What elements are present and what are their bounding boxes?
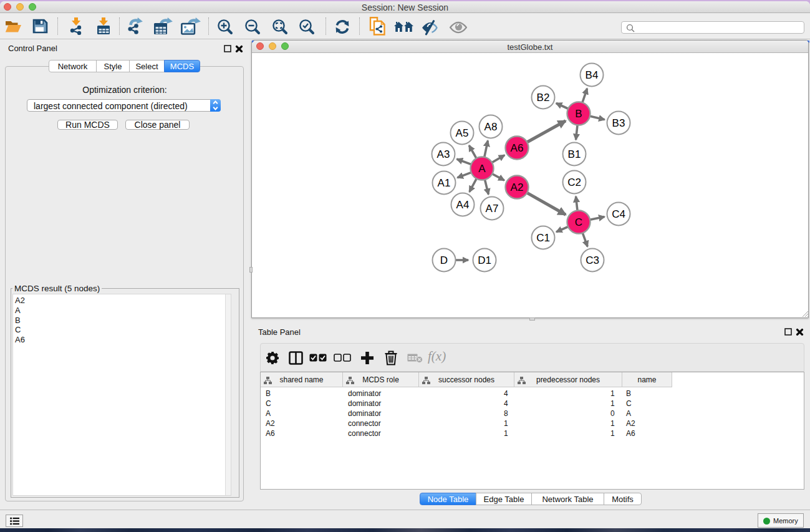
svg-text:B: B	[575, 108, 582, 120]
svg-text:C2: C2	[567, 177, 581, 188]
svg-text:A7: A7	[486, 203, 499, 215]
svg-text:B2: B2	[537, 92, 550, 104]
svg-text:A4: A4	[456, 199, 470, 211]
svg-text:B4: B4	[586, 69, 599, 81]
svg-text:A: A	[478, 163, 486, 175]
svg-text:C: C	[575, 216, 582, 228]
svg-text:A6: A6	[511, 142, 524, 154]
svg-text:D: D	[440, 254, 448, 266]
svg-text:A8: A8	[485, 121, 498, 133]
svg-text:A2: A2	[511, 181, 524, 193]
svg-text:A5: A5	[456, 127, 469, 139]
svg-text:A3: A3	[437, 148, 450, 160]
svg-text:C3: C3	[586, 254, 599, 266]
svg-text:C1: C1	[536, 232, 550, 244]
svg-text:B3: B3	[612, 117, 625, 129]
svg-text:A1: A1	[438, 177, 451, 189]
svg-text:B1: B1	[568, 148, 581, 160]
svg-text:D1: D1	[478, 254, 491, 266]
svg-text:C4: C4	[612, 208, 625, 220]
